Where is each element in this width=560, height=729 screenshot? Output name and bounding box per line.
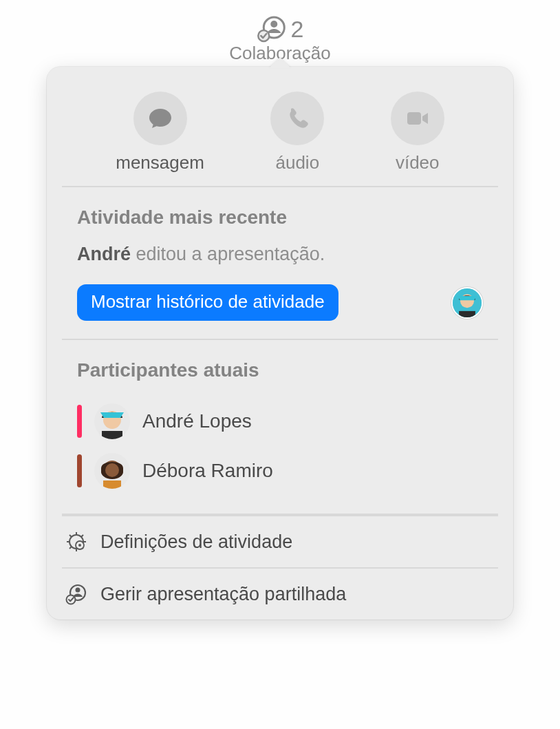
show-activity-history-button[interactable]: Mostrar histórico de atividade — [77, 284, 338, 321]
svg-rect-3 — [407, 112, 421, 125]
activity-settings-item[interactable]: Definições de atividade — [62, 515, 498, 567]
recent-activity-title: Atividade mais recente — [77, 207, 483, 229]
svg-rect-9 — [102, 431, 122, 439]
activity-actor: André — [77, 244, 131, 264]
svg-rect-6 — [459, 310, 475, 317]
activity-action: editou a apresentação. — [136, 244, 325, 264]
phone-icon — [283, 105, 311, 132]
svg-line-21 — [81, 535, 83, 537]
activity-line: André editou a apresentação. — [77, 244, 483, 265]
participant-row[interactable]: Débora Ramiro — [77, 446, 483, 496]
memoji-icon — [94, 453, 130, 489]
manage-shared-item[interactable]: Gerir apresentação partilhada — [62, 567, 498, 620]
collaboration-popover: mensagem áudio vídeo Atividade mais rece… — [47, 67, 513, 620]
svg-rect-13 — [103, 480, 121, 489]
message-button[interactable]: mensagem — [116, 92, 204, 173]
person-check-icon — [65, 582, 88, 606]
message-label: mensagem — [116, 152, 204, 173]
audio-label: áudio — [275, 152, 319, 173]
participant-name: Débora Ramiro — [142, 460, 273, 482]
activity-avatar — [451, 287, 483, 319]
collaboration-icon — [257, 14, 287, 44]
svg-point-26 — [76, 588, 80, 593]
participant-color-bar — [77, 454, 82, 487]
svg-point-24 — [78, 544, 81, 547]
video-button[interactable]: vídeo — [391, 92, 444, 173]
svg-line-19 — [69, 535, 72, 537]
menu-list: Definições de atividade Gerir apresentaç… — [47, 515, 513, 620]
video-label: vídeo — [396, 152, 440, 173]
svg-point-1 — [271, 21, 278, 28]
participant-avatar — [94, 403, 130, 439]
participant-avatar — [94, 453, 130, 489]
audio-button[interactable]: áudio — [270, 92, 324, 173]
memoji-icon — [453, 288, 482, 317]
svg-point-12 — [105, 463, 119, 477]
communication-row: mensagem áudio vídeo — [62, 67, 498, 187]
activity-settings-label: Definições de atividade — [100, 531, 292, 553]
participants-title: Participantes atuais — [77, 359, 483, 381]
collaboration-count: 2 — [291, 16, 304, 43]
video-icon — [404, 105, 431, 132]
participant-name: André Lopes — [142, 410, 252, 432]
message-icon — [147, 105, 174, 132]
memoji-icon — [94, 403, 130, 439]
participant-color-bar — [77, 405, 82, 438]
participants-section: Participantes atuais André Lopes — [62, 340, 498, 515]
svg-line-22 — [69, 547, 72, 549]
recent-activity-section: Atividade mais recente André editou a ap… — [62, 187, 498, 340]
participant-row[interactable]: André Lopes — [77, 397, 483, 446]
gear-badge-icon — [65, 530, 88, 553]
manage-shared-label: Gerir apresentação partilhada — [100, 584, 346, 605]
